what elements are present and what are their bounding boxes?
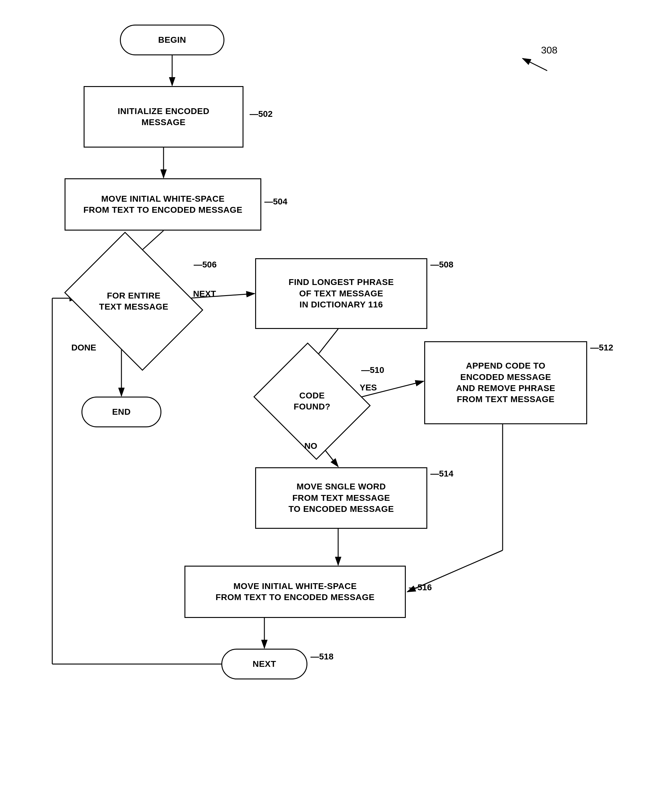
begin-shape: BEGIN: [120, 25, 224, 55]
begin-label: BEGIN: [158, 35, 186, 45]
s516-shape: MOVE INITIAL WHITE-SPACEFROM TEXT TO ENC…: [184, 566, 406, 618]
yes-flow-label: YES: [360, 383, 377, 393]
s506-label: FOR ENTIRETEXT MESSAGE: [99, 290, 168, 313]
s512-shape: APPEND CODE TOENCODED MESSAGEAND REMOVE …: [424, 341, 587, 424]
s514-label: MOVE SNGLE WORDFROM TEXT MESSAGETO ENCOD…: [289, 481, 394, 515]
done-flow-label: DONE: [71, 343, 96, 353]
s510-label: CODEFOUND?: [294, 390, 330, 413]
end-label: END: [112, 407, 131, 417]
no-flow-label: NO: [304, 441, 317, 451]
s508-label: FIND LONGEST PHRASEOF TEXT MESSAGEIN DIC…: [289, 277, 394, 310]
svg-line-16: [523, 58, 547, 71]
s502-ref: —502: [250, 109, 273, 119]
s504-label: MOVE INITIAL WHITE-SPACEFROM TEXT TO ENC…: [83, 193, 242, 216]
s512-ref: —512: [590, 343, 613, 353]
s516-ref: —516: [409, 583, 432, 593]
next-shape: NEXT: [221, 649, 307, 679]
s518-ref: —518: [310, 652, 334, 662]
end-shape: END: [81, 397, 161, 427]
s502-shape: INITIALIZE ENCODEDMESSAGE: [84, 86, 244, 148]
s504-shape: MOVE INITIAL WHITE-SPACEFROM TEXT TO ENC…: [65, 178, 261, 231]
flowchart-diagram: BEGIN INITIALIZE ENCODEDMESSAGE —502 MOV…: [0, 0, 672, 807]
s504-ref: —504: [264, 197, 287, 207]
s510-ref: —510: [361, 365, 384, 375]
s516-label: MOVE INITIAL WHITE-SPACEFROM TEXT TO ENC…: [216, 581, 375, 603]
next-flow-label: NEXT: [193, 289, 216, 299]
ref-308: 308: [541, 45, 586, 56]
s502-label: INITIALIZE ENCODEDMESSAGE: [118, 106, 209, 128]
s514-shape: MOVE SNGLE WORDFROM TEXT MESSAGETO ENCOD…: [255, 467, 427, 529]
s506-ref: —506: [194, 260, 217, 270]
s514-ref: —514: [430, 469, 453, 479]
s508-ref: —508: [430, 260, 453, 270]
next-label: NEXT: [253, 659, 276, 669]
s508-shape: FIND LONGEST PHRASEOF TEXT MESSAGEIN DIC…: [255, 258, 427, 329]
s512-label: APPEND CODE TOENCODED MESSAGEAND REMOVE …: [456, 360, 556, 405]
